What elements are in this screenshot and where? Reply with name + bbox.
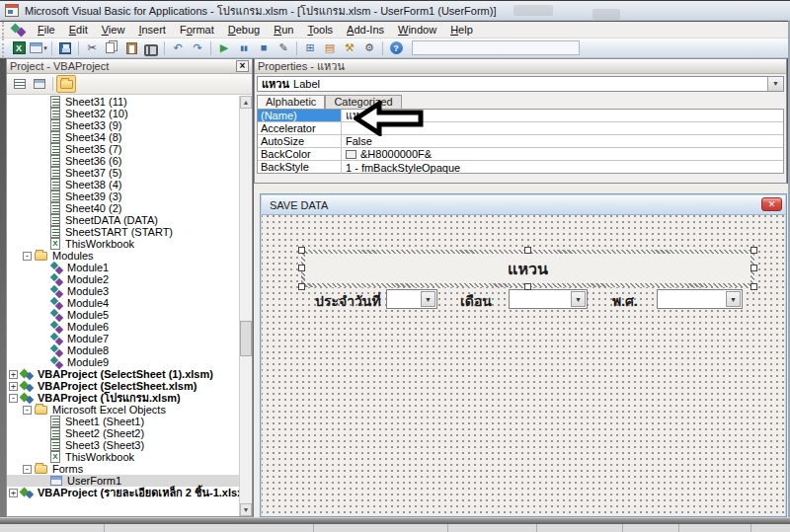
resize-handle[interactable] [524, 247, 531, 254]
save-button[interactable] [55, 39, 75, 57]
userform-canvas[interactable]: แหวน ประจำวันที่ ▼ เดือน ▼ พ.ศ. ▼ [262, 215, 785, 516]
resize-handle[interactable] [750, 283, 757, 290]
tree-item-sheet36-6-[interactable]: Sheet36 (6) [7, 155, 239, 167]
expand-icon[interactable]: + [9, 382, 18, 391]
tree-item-sheet40-2-[interactable]: Sheet40 (2) [7, 202, 239, 214]
help-button[interactable]: ? [386, 39, 406, 57]
tree-item-thisworkbook[interactable]: XThisWorkbook [7, 451, 239, 463]
tree-item-vbaproject-2-1-xlsx-[interactable]: +VBAProject (รายละเอียดเหล็ก 2 ชิ้น-1.xl… [7, 487, 239, 498]
tree-item-module3[interactable]: Module3 [7, 285, 239, 297]
menu-item-file[interactable]: File [31, 22, 62, 38]
property-value[interactable]: False [342, 135, 783, 147]
tree-item-module4[interactable]: Module4 [7, 297, 239, 309]
menu-item-add-ins[interactable]: Add-Ins [340, 22, 391, 38]
tree-item-sheet39-3-[interactable]: Sheet39 (3) [7, 190, 239, 202]
userform-title-bar[interactable]: SAVE DATA [262, 195, 785, 215]
tree-item-modules[interactable]: -Modules [7, 250, 239, 262]
userform-close-icon[interactable]: ✕ [761, 197, 782, 211]
project-explorer-button[interactable]: ⊞ [300, 39, 320, 57]
toolbox-button[interactable]: ⚒ [340, 39, 359, 57]
expand-icon[interactable]: + [9, 489, 18, 497]
collapse-icon[interactable]: - [23, 252, 32, 261]
excel-button[interactable]: X [9, 39, 29, 57]
property-row-autosize[interactable]: AutoSizeFalse [258, 135, 783, 148]
userform-window-icon[interactable] [11, 24, 25, 36]
tree-item-sheet34-8-[interactable]: Sheet34 (8) [7, 131, 239, 143]
menu-item-tools[interactable]: Tools [300, 22, 340, 38]
tree-item-sheet37-5-[interactable]: Sheet37 (5) [7, 167, 239, 179]
tree-item-module2[interactable]: Module2 [7, 273, 239, 285]
resize-handle[interactable] [750, 265, 757, 271]
tree-item-sheet1-sheet1-[interactable]: Sheet1 (Sheet1) [7, 416, 239, 427]
view-code-button[interactable] [10, 75, 30, 93]
tree-item-thisworkbook[interactable]: XThisWorkbook [7, 238, 239, 250]
run-button[interactable]: ▶ [214, 39, 234, 57]
property-row-backstyle[interactable]: BackStyle1 - fmBackStyleOpaque [258, 161, 783, 174]
tree-item-vbaproject-selectsheet-xlsm-[interactable]: +VBAProject (SelectSheet.xlsm) [7, 380, 239, 392]
tree-item-microsoft-excel-objects[interactable]: -Microsoft Excel Objects [7, 404, 239, 416]
undo-button[interactable]: ↶ [168, 39, 188, 57]
scroll-down-icon[interactable]: ▼ [240, 503, 252, 516]
cut-button[interactable]: ✂ [82, 39, 102, 57]
resize-handle[interactable] [750, 247, 757, 254]
collapse-icon[interactable]: - [9, 394, 18, 403]
menu-item-debug[interactable]: Debug [221, 22, 267, 38]
tree-item-vbaproject-selectsheet-1-xlsm-[interactable]: +VBAProject (SelectSheet (1).xlsm) [7, 368, 239, 380]
tree-item-module8[interactable]: Module8 [7, 344, 239, 356]
menu-item-format[interactable]: Format [173, 22, 221, 38]
tree-item-sheet3-sheet3-[interactable]: Sheet3 (Sheet3) [7, 439, 239, 451]
toolbar-grip[interactable] [2, 38, 7, 57]
menu-item-run[interactable]: Run [267, 22, 300, 38]
menubar-grip[interactable] [2, 22, 7, 38]
chevron-down-icon[interactable]: ▼ [767, 77, 783, 91]
chevron-down-icon[interactable]: ▼ [571, 291, 586, 307]
resize-handle[interactable] [298, 265, 305, 271]
reset-button[interactable]: ■ [254, 39, 274, 57]
menu-item-view[interactable]: View [95, 22, 132, 38]
toggle-folders-button[interactable] [56, 75, 76, 93]
object-selector-dropdown[interactable]: แหวน Label ▼ [257, 76, 784, 92]
property-value[interactable]: 1 - fmBackStyleOpaque [342, 161, 783, 174]
close-icon[interactable]: × [236, 60, 249, 72]
chevron-down-icon[interactable]: ▼ [726, 291, 741, 307]
view-object-button[interactable] [30, 75, 49, 93]
resize-handle[interactable] [298, 247, 305, 254]
scrollbar-thumb[interactable] [240, 321, 252, 356]
year-combobox[interactable]: ▼ [657, 289, 743, 309]
day-combobox[interactable]: ▼ [386, 289, 437, 309]
month-combobox[interactable]: ▼ [509, 289, 588, 309]
menu-item-edit[interactable]: Edit [62, 22, 95, 38]
break-button[interactable]: ▮▮ [234, 39, 254, 57]
tab-alphabetic[interactable]: Alphabetic [257, 95, 325, 109]
insert-userform-button[interactable]: ▾ [29, 39, 48, 57]
property-row-name[interactable]: (Name)แหวน [258, 110, 783, 122]
tree-item-module1[interactable]: Module1 [7, 262, 239, 273]
collapse-icon[interactable]: - [23, 465, 32, 474]
property-row-accelerator[interactable]: Accelerator [258, 122, 783, 135]
tree-item-module7[interactable]: Module7 [7, 333, 239, 344]
find-button[interactable] [141, 39, 161, 57]
property-value[interactable]: &H8000000F& [342, 148, 783, 160]
object-browser-button[interactable]: ⚙ [359, 39, 379, 57]
tree-item-sheet35-7-[interactable]: Sheet35 (7) [7, 143, 239, 155]
collapse-icon[interactable]: - [23, 406, 32, 415]
design-mode-button[interactable]: ✎ [274, 39, 293, 57]
tree-item-sheet38-4-[interactable]: Sheet38 (4) [7, 179, 239, 190]
tree-item-userform1[interactable]: UserForm1 [7, 475, 239, 487]
copy-button[interactable] [102, 39, 121, 57]
project-tree-scrollbar[interactable]: ▲ ▼ [239, 96, 252, 516]
paste-button[interactable] [121, 39, 141, 57]
tree-item-sheet2-sheet2-[interactable]: Sheet2 (Sheet2) [7, 427, 239, 439]
menu-item-window[interactable]: Window [391, 22, 443, 38]
tree-item-sheet32-10-[interactable]: Sheet32 (10) [7, 108, 239, 119]
expand-icon[interactable]: + [9, 370, 18, 379]
tree-item-module5[interactable]: Module5 [7, 309, 239, 321]
tree-item-module9[interactable]: Module9 [7, 356, 239, 368]
tree-item-sheetdata-data-[interactable]: SheetDATA (DATA) [7, 214, 239, 226]
selected-label-control[interactable]: แหวน [301, 250, 754, 287]
menu-item-help[interactable]: Help [443, 22, 480, 38]
tree-item-vbaproject-xlsm-[interactable]: -VBAProject (โปรแกรม.xlsm) [7, 392, 239, 404]
chevron-down-icon[interactable]: ▼ [421, 291, 435, 307]
properties-window-button[interactable]: ▤ [320, 39, 340, 57]
tree-item-sheet31-11-[interactable]: Sheet31 (11) [7, 96, 239, 108]
